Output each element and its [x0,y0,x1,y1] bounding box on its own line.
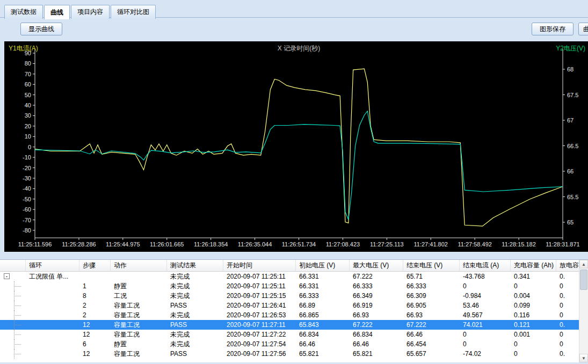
cell-initial-voltage: 66.331 [296,281,350,291]
tab-4[interactable]: 循环对比图 [111,5,156,19]
chart-panel: 9080706050403020100-10-20-30-40-50-60-70… [4,41,588,252]
cell-charge-capacity: 0 [511,349,556,359]
column-header-result[interactable]: 测试结果 [167,260,223,271]
scrollbar-thumb[interactable] [580,270,587,290]
vertical-scrollbar[interactable]: ▲ ▼ [579,260,588,362]
y1-tick-label: -60 [23,206,31,213]
tab-3[interactable]: 项目内容 [71,5,110,19]
cell-result: PASS [167,320,223,330]
column-header-end-voltage[interactable]: 结束电压 (V) [403,260,460,271]
cell-start-time: 2020-09-07 11:25:11 [223,281,296,291]
cell-action: 容量工况 [111,301,167,310]
column-header-start-time[interactable]: 开始时间 [223,260,296,271]
cell-result: 未完成 [167,291,223,301]
column-header-end-current[interactable]: 结束电流 (A) [460,260,511,271]
table-row[interactable]: 1静置未完成2020-09-07 11:25:1166.33166.33366.… [0,281,579,291]
column-header-tree[interactable] [0,260,26,271]
clipped-right-button[interactable]: 曲 [578,23,588,35]
table-row[interactable]: 12容量工况PASS2020-09-07 11:27:5665.82165.82… [0,349,579,359]
cell-tree [0,320,26,330]
table-row[interactable]: 12容量工况PASS2020-09-07 11:27:1165.84367.22… [0,320,579,330]
cell-step: 8 [79,291,111,301]
cell-end-voltage: 66.93 [403,310,460,320]
table-row[interactable]: 12容量工况未完成2020-09-07 11:27:2266.83466.834… [0,330,579,339]
cell-discharge-capacity: 0. [556,320,579,330]
column-header-action[interactable]: 动作 [111,260,167,271]
cell-start-time: 2020-09-07 11:27:11 [223,320,296,330]
cell-step: 12 [79,320,111,330]
table-row[interactable]: 2容量工况PASS2020-09-07 11:26:4166.8966.9196… [0,301,579,310]
cell-max-voltage: 66.919 [350,301,403,310]
cell-cycle [26,281,79,291]
tree-collapse-icon[interactable]: - [4,273,10,279]
y1-tick-label: 50 [25,92,31,98]
tab-bar: 测试数据曲线项目内容循环对比图 [0,0,588,18]
cell-discharge-capacity: 0 [556,281,579,291]
cell-end-current: 53.46 [460,301,511,310]
cell-cycle [26,301,79,310]
column-header-max-voltage[interactable]: 最大电压 (V) [350,260,403,271]
tab-1[interactable]: 测试数据 [4,5,43,19]
table-row[interactable]: 6静置未完成2020-09-07 11:27:5466.4666.4666.45… [0,339,579,349]
scroll-down-icon[interactable]: ▼ [579,354,588,362]
cell-discharge-capacity: 0 [556,330,579,339]
y1-axis-title: Y1电流(A) [9,45,38,52]
x-tick-label: 11:26:18.354 [194,241,228,247]
x-tick-label: 11:26:01.665 [150,241,184,247]
column-header-cycle[interactable]: 循环 [26,260,79,271]
cell-initial-voltage: 66.331 [296,272,350,281]
y2-tick-label: 67 [567,117,574,123]
column-header-charge-capacity[interactable]: 充电容量 (Ah) [511,260,556,271]
cell-action: 工况 [111,291,167,301]
cell-end-current: 0 [460,281,511,291]
toolbar: 显示曲线 图形保存 曲 [0,21,588,37]
y1-tick-label: 30 [25,112,31,119]
scroll-up-icon[interactable]: ▲ [579,260,588,268]
results-table: 循环步骤动作测试结果开始时间初始电压 (V)最大电压 (V)结束电压 (V)结束… [0,259,588,362]
cell-max-voltage: 66.333 [350,281,403,291]
cell-tree [0,281,26,291]
cell-step: 6 [79,339,111,349]
y1-tick-label: -40 [23,185,31,192]
cell-result: PASS [167,301,223,310]
column-header-initial-voltage[interactable]: 初始电压 (V) [296,260,350,271]
cell-charge-capacity: 0.121 [511,320,556,330]
cell-discharge-capacity: 0. [556,349,579,359]
y1-tick-label: -70 [23,217,31,223]
cell-action [111,272,167,281]
cell-charge-capacity: 0.001 [511,330,556,339]
y1-tick-label: 20 [25,123,31,129]
x-tick-label: 11:27:08.423 [326,241,360,247]
cell-max-voltage: 66.93 [350,310,403,320]
table-row[interactable]: 8工况未完成2020-09-07 11:25:1566.33366.34966.… [0,291,579,301]
cell-max-voltage: 67.222 [350,272,403,281]
x-tick-label: 11:27:25.113 [370,241,404,247]
y1-tick-label: 80 [25,60,31,67]
cell-cycle [26,339,79,349]
cell-tree [0,291,26,301]
x-tick-label: 11:28:31.871 [546,241,579,247]
cell-start-time: 2020-09-07 11:25:15 [223,291,296,301]
tab-2[interactable]: 曲线 [44,5,70,19]
y1-tick-label: -50 [23,196,31,202]
save-graph-button[interactable]: 图形保存 [532,23,574,35]
cell-action: 容量工况 [111,320,167,330]
cell-cycle [26,320,79,330]
column-header-step[interactable]: 步骤 [79,260,111,271]
cell-result: PASS [167,349,223,359]
cell-cycle [26,330,79,339]
x-tick-label: 11:26:35.044 [238,241,272,247]
cell-step: 12 [79,330,111,339]
column-header-discharge-capacity[interactable]: 放电容 [556,260,579,271]
cell-max-voltage: 65.821 [350,349,403,359]
chart-title: X 记录时间(秒) [278,45,320,52]
cell-end-voltage: 66.46 [403,330,460,339]
show-curve-button[interactable]: 显示曲线 [20,23,62,35]
x-tick-label: 11:27:58.492 [458,241,491,247]
cell-tree [0,301,26,310]
table-row[interactable]: 2容量工况未完成2020-09-07 11:26:5366.86566.9366… [0,310,579,320]
cell-result: 未完成 [167,281,223,291]
table-row[interactable]: -工况限值 单...未完成2020-09-07 11:25:1166.33167… [0,272,579,281]
cell-tree [0,310,26,320]
cell-end-voltage: 66.905 [403,301,460,310]
